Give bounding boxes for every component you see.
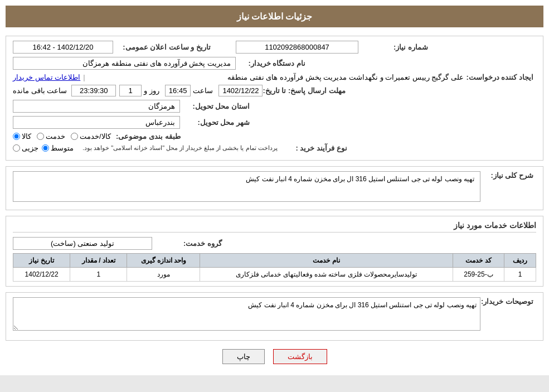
services-table: ردیف کد خدمت نام خدمت واحد اندازه گیری ت… [13, 253, 536, 282]
category-option-kala-label: کالا [22, 132, 31, 141]
category-row: طبقه بندی موضوعی: کالا/خدمت خدمت کالا [13, 132, 536, 141]
col-date: تاریخ نیاز [13, 254, 70, 268]
creator-contact-link[interactable]: اطلاعات تماس خریدار [13, 73, 80, 81]
need-description-text: تهیه ونصب لوله تی جی استنلس استیل 316 ال… [246, 175, 474, 183]
table-row: 1 ب-25-259 تولیدسایرمحصولات فلزی ساخته ش… [13, 268, 536, 282]
category-option-khedmat-label: خدمت [46, 132, 65, 141]
category-radio-kala-khedmat[interactable] [71, 133, 78, 140]
need-number-value: 1102092868000847 [236, 41, 358, 54]
reply-deadline-row: مهلت ارسال پاسخ: تا تاریخ: 1402/12/22 سا… [13, 85, 536, 96]
category-option-kala-khedmat-label: کالا/خدمت [80, 132, 111, 141]
remaining-time: 23:39:30 [71, 85, 116, 96]
service-group-row: گروه خدمت: تولید صنعتی (ساخت) [13, 237, 536, 250]
services-section-title: اطلاعات خدمات مورد نیاز [13, 221, 536, 233]
need-description-label: شرح کلی نیاز: [480, 171, 536, 180]
button-row: بازگشت چاپ [6, 349, 543, 370]
col-service-code: کد خدمت [453, 254, 504, 268]
reply-day-label: روز و [144, 86, 159, 95]
announce-date-label: تاریخ و ساعت اعلان عمومی: [113, 43, 213, 51]
services-table-container: ردیف کد خدمت نام خدمت واحد اندازه گیری ت… [13, 253, 536, 282]
buyer-notes-box [13, 297, 480, 332]
purchase-type-label: نوع فرآیند خرید : [278, 144, 350, 152]
creator-value: علی گرگیج رییس تعمیرات و نگهداشت مدیریت … [88, 73, 464, 81]
purchase-radio-medium[interactable] [42, 144, 49, 152]
page-wrapper: جزئیات اطلاعات نیاز شماره نیاز: 11020928… [0, 0, 549, 375]
need-description-section: شرح کلی نیاز: تهیه ونصب لوله تی جی استنل… [6, 166, 543, 210]
province-label: استان محل تحویل: [180, 102, 252, 110]
need-number-row: شماره نیاز: 1102092868000847 تاریخ و ساع… [13, 41, 536, 54]
service-group-label: گروه خدمت: [152, 239, 225, 248]
city-value: بندرعباس [13, 116, 180, 129]
need-description-row: شرح کلی نیاز: تهیه ونصب لوله تی جی استنل… [13, 171, 536, 202]
col-row-num: ردیف [504, 254, 536, 268]
page-header: جزئیات اطلاعات نیاز [6, 6, 543, 27]
purchase-type-row: نوع فرآیند خرید : پرداخت تمام یا بخشی از… [13, 144, 536, 152]
purchase-type-partial-label: جزیی [22, 144, 38, 152]
remaining-label: ساعت باقی مانده [13, 86, 67, 95]
service-group-value: تولید صنعتی (ساخت) [13, 237, 152, 250]
reply-day: 1 [119, 85, 142, 96]
purchase-type-medium[interactable]: متوسط [42, 144, 74, 152]
page-title: جزئیات اطلاعات نیاز [237, 12, 313, 21]
purchase-type-medium-label: متوسط [51, 144, 74, 152]
category-radio-kala[interactable] [13, 133, 20, 140]
buyer-notes-textarea[interactable] [13, 297, 480, 331]
cell-unit: مورد [127, 268, 200, 282]
col-unit: واحد اندازه گیری [127, 254, 200, 268]
purchase-type-options: پرداخت تمام یا بخشی از مبلغ خریدار از مح… [13, 144, 278, 152]
col-quantity: تعداد / مقدار [70, 254, 127, 268]
cell-quantity: 1 [70, 268, 127, 282]
buyer-notes-row: توصیحات خریدار: [13, 297, 536, 332]
need-description-box: تهیه ونصب لوله تی جی استنلس استیل 316 ال… [13, 171, 480, 202]
cell-service-name: تولیدسایرمحصولات فلزی ساخته شده وفعالیته… [200, 268, 453, 282]
cell-date: 1402/12/22 [13, 268, 70, 282]
reply-deadline-label: مهلت ارسال پاسخ: تا تاریخ: [263, 86, 348, 95]
reply-date: 1402/12/22 [218, 85, 263, 96]
col-service-name: نام خدمت [200, 254, 453, 268]
buyer-org-label: نام دستگاه خریدار: [236, 59, 308, 67]
services-section: اطلاعات خدمات مورد نیاز گروه خدمت: تولید… [6, 216, 543, 287]
category-option-khedmat[interactable]: خدمت [37, 132, 65, 141]
province-row: استان محل تحویل: هرمزگان [13, 100, 536, 113]
buyer-notes-label: توصیحات خریدار: [480, 297, 536, 306]
back-button[interactable]: بازگشت [273, 349, 327, 364]
announce-date-value: 1402/12/20 - 16:42 [13, 41, 113, 54]
creator-row: ایجاد کننده درخواست: علی گرگیج رییس تعمی… [13, 73, 536, 81]
category-radio-khedmat[interactable] [37, 133, 44, 140]
main-form-section: شماره نیاز: 1102092868000847 تاریخ و ساع… [6, 36, 543, 161]
reply-time-label: ساعت [193, 86, 213, 95]
category-label: طبقه بندی موضوعی: [111, 132, 183, 141]
purchase-radio-partial[interactable] [13, 144, 20, 152]
category-option-kala-khedmat[interactable]: کالا/خدمت [71, 132, 111, 141]
purchase-type-partial[interactable]: جزیی [13, 144, 38, 152]
creator-label: ایجاد کننده درخواست: [464, 73, 536, 81]
cell-row-num: 1 [504, 268, 536, 282]
city-row: شهر محل تحویل: بندرعباس [13, 116, 536, 129]
buyer-org-value: مدیریت پخش فرآورده های نفتی منطقه هرمزگا… [13, 57, 236, 70]
cell-service-code: ب-25-259 [453, 268, 504, 282]
reply-time: 16:45 [165, 85, 191, 96]
need-number-label: شماره نیاز: [358, 43, 431, 51]
city-label: شهر محل تحویل: [180, 118, 252, 127]
buyer-org-row: نام دستگاه خریدار: مدیریت پخش فرآورده ها… [13, 57, 536, 70]
buyer-notes-section: توصیحات خریدار: [6, 292, 543, 341]
category-option-kala[interactable]: کالا [13, 132, 31, 141]
purchase-type-note: پرداخت تمام یا بخشی از مبلغ خریدار از مح… [82, 144, 278, 152]
province-value: هرمزگان [13, 100, 180, 113]
print-button[interactable]: چاپ [222, 349, 265, 364]
category-radio-group: کالا/خدمت خدمت کالا [13, 132, 111, 141]
